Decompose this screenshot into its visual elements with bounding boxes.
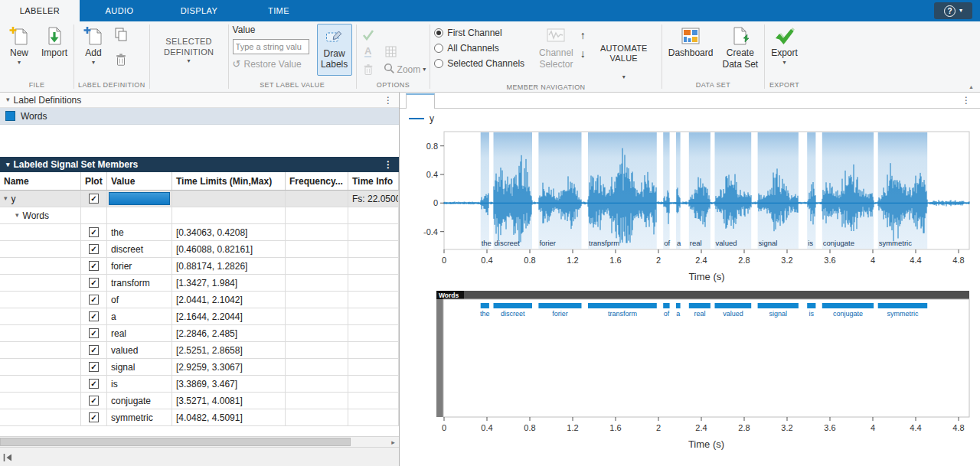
channel-selector-icon: [545, 25, 567, 47]
table-row-word[interactable]: ✓symmetric[4.0482, 4.5091]: [0, 409, 399, 426]
duplicate-definition-button[interactable]: [113, 28, 129, 43]
table-row-word[interactable]: ✓valued[2.5251, 2.8658]: [0, 342, 399, 359]
create-data-set-button[interactable]: Create Data Set: [720, 24, 760, 71]
previous-member-arrow-icon[interactable]: ↑: [580, 30, 586, 41]
svg-text:0: 0: [442, 423, 446, 432]
plot-checkbox[interactable]: ✓: [89, 396, 99, 406]
table-row-word[interactable]: ✓the[0.34063, 0.4208]: [0, 224, 399, 241]
table-row-word[interactable]: ✓conjugate[3.5271, 4.0081]: [0, 393, 399, 409]
value-selection-bar[interactable]: [109, 192, 170, 205]
accept-check-icon[interactable]: [361, 27, 376, 42]
scrollbar-thumb[interactable]: [0, 438, 351, 446]
svg-text:2.8: 2.8: [738, 256, 750, 265]
plot-checkbox[interactable]: ✓: [89, 295, 99, 305]
table-row-words-group[interactable]: ▾ Words: [0, 207, 399, 224]
add-definition-button[interactable]: Add ▾: [78, 24, 109, 67]
scrollbar-right-arrow-icon[interactable]: ▸: [387, 437, 399, 447]
column-header-name[interactable]: Name: [0, 172, 81, 190]
chevron-down-icon: ▾: [18, 60, 21, 66]
table-row-word[interactable]: ✓discreet[0.46088, 0.82161]: [0, 241, 399, 258]
collapse-triangle-icon[interactable]: ▾: [6, 96, 10, 103]
new-button[interactable]: New ▾: [4, 24, 34, 67]
automate-value-button[interactable]: AUTOMATE VALUE ▾: [590, 24, 658, 82]
svg-text:signal: signal: [759, 239, 778, 247]
words-track-plot[interactable]: Wordsthediscreetforiertransformofarealva…: [400, 291, 980, 452]
tab-labeler[interactable]: LABELER: [0, 0, 80, 21]
table-row-word[interactable]: ✓signal[2.9259, 3.3067]: [0, 359, 399, 376]
collapse-panel-icon[interactable]: [3, 453, 13, 462]
grid-icon[interactable]: [384, 44, 399, 60]
table-row-word[interactable]: ✓real[2.2846, 2.485]: [0, 325, 399, 342]
table-row-signal-y[interactable]: ▾ y ✓ Fs: 22.0500: [0, 191, 399, 207]
selected-definition-dropdown[interactable]: SELECTED DEFINITION ▾: [154, 24, 224, 77]
table-row-word[interactable]: ✓of[2.0441, 2.1042]: [0, 292, 399, 308]
horizontal-scrollbar[interactable]: ▸: [0, 436, 399, 447]
channel-selector-button[interactable]: Channel Selector: [537, 24, 576, 71]
plot-checkbox[interactable]: ✓: [89, 311, 99, 321]
options-trash-icon[interactable]: [361, 62, 376, 77]
draw-labels-icon: [325, 28, 344, 48]
svg-text:a: a: [677, 239, 681, 247]
svg-text:real: real: [694, 310, 705, 318]
draw-labels-button[interactable]: Draw Labels: [317, 24, 352, 76]
svg-text:of: of: [664, 239, 670, 247]
collapse-ribbon-icon[interactable]: ▲: [969, 84, 974, 90]
panel-menu-icon[interactable]: ⋮: [384, 159, 393, 170]
plot-checkbox[interactable]: ✓: [89, 345, 99, 355]
column-header-time-info[interactable]: Time Info: [348, 172, 399, 190]
ribbon-section-selected-definition: SELECTED DEFINITION ▾: [150, 21, 228, 92]
next-member-arrow-icon[interactable]: ↓: [580, 48, 586, 59]
restore-value-button[interactable]: ↺ Restore Value: [233, 58, 312, 70]
tab-display[interactable]: DISPLAY: [159, 0, 239, 21]
tab-audio[interactable]: AUDIO: [80, 0, 159, 21]
waveform-plot[interactable]: thediscreetforiertransfprmofarealvalueds…: [400, 129, 980, 285]
column-header-plot[interactable]: Plot: [81, 172, 107, 190]
word-value-cell: forier: [107, 258, 172, 274]
plot-checkbox[interactable]: ✓: [89, 362, 99, 372]
label-definition-words[interactable]: Words: [0, 108, 399, 125]
label-definitions-header: ▾ Label Definitions ⋮: [0, 93, 399, 108]
delete-definition-button[interactable]: [113, 53, 129, 68]
import-button[interactable]: Import: [39, 24, 70, 60]
chevron-down-icon: ▾: [959, 8, 962, 14]
plot-checkbox[interactable]: ✓: [89, 278, 99, 288]
column-header-time-limits[interactable]: Time Limits (Min,Max): [172, 172, 286, 190]
plot-checkbox[interactable]: ✓: [89, 261, 99, 271]
tab-time[interactable]: TIME: [239, 0, 318, 21]
expand-triangle-icon[interactable]: ▾: [15, 212, 19, 219]
font-a-icon[interactable]: A: [361, 44, 376, 60]
svg-text:2.4: 2.4: [695, 256, 707, 265]
dashboard-button[interactable]: Dashboard: [666, 24, 716, 60]
help-button[interactable]: ? ▾: [934, 2, 972, 19]
column-header-frequency[interactable]: Frequency...: [286, 172, 348, 190]
plot-tab[interactable]: [406, 93, 435, 109]
panel-menu-icon[interactable]: ⋮: [384, 95, 393, 106]
label-value-input[interactable]: [233, 39, 309, 54]
table-row-word[interactable]: ✓a[2.1644, 2.2044]: [0, 308, 399, 325]
plot-checkbox[interactable]: ✓: [89, 412, 99, 422]
export-label: Export: [771, 48, 798, 58]
plot-checkbox[interactable]: ✓: [89, 379, 99, 389]
table-row-word[interactable]: ✓transform[1.3427, 1.984]: [0, 275, 399, 292]
plot-checkbox[interactable]: ✓: [89, 328, 99, 338]
plot-checkbox[interactable]: ✓: [89, 194, 99, 204]
legend-line-sample: [409, 118, 424, 119]
table-row-word[interactable]: ✓forier[0.88174, 1.2826]: [0, 258, 399, 275]
word-value-cell: the: [107, 224, 172, 240]
help-icon: ?: [944, 5, 956, 17]
plot-checkbox[interactable]: ✓: [89, 227, 99, 237]
table-row-word[interactable]: ✓is[3.3869, 3.467]: [0, 376, 399, 393]
collapse-triangle-icon[interactable]: ▾: [6, 161, 10, 168]
svg-text:4.8: 4.8: [952, 256, 964, 265]
chevron-down-icon: ▾: [187, 58, 190, 64]
column-header-value[interactable]: Value: [107, 172, 172, 190]
zoom-button[interactable]: Zoom ▾: [384, 63, 426, 77]
svg-text:1.2: 1.2: [567, 423, 578, 432]
radio-first-channel[interactable]: First Channel: [434, 28, 524, 38]
radio-selected-channels[interactable]: Selected Channels: [434, 58, 524, 69]
export-button[interactable]: Export ▾: [769, 24, 800, 67]
expand-triangle-icon[interactable]: ▾: [4, 195, 8, 202]
radio-all-channels[interactable]: All Channels: [434, 43, 524, 54]
panel-menu-icon[interactable]: ⋮: [962, 95, 971, 106]
plot-checkbox[interactable]: ✓: [89, 244, 99, 254]
